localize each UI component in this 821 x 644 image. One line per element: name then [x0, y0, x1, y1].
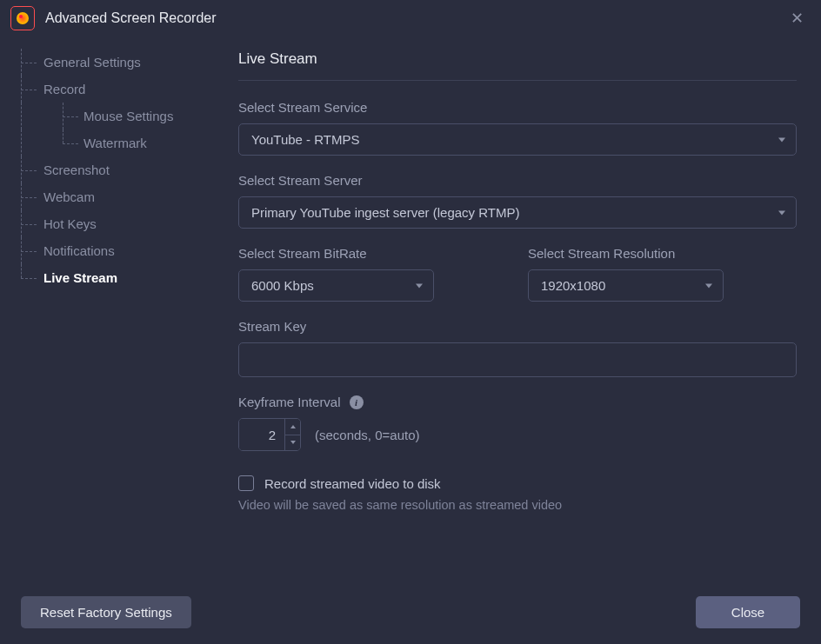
titlebar: Advanced Screen Recorder ✕	[0, 0, 821, 37]
resolution-label: Select Stream Resolution	[528, 246, 797, 261]
resolution-value: 1920x1080	[541, 278, 605, 293]
sidebar-item-hot-keys[interactable]: Hot Keys	[16, 210, 216, 237]
keyframe-stepper[interactable]	[238, 418, 301, 451]
sidebar-item-live-stream[interactable]: Live Stream	[16, 264, 216, 291]
chevron-down-icon	[705, 283, 712, 288]
bitrate-label: Select Stream BitRate	[238, 246, 507, 261]
stream-service-select[interactable]: YouTube - RTMPS	[238, 123, 797, 156]
sidebar-item-label: Webcam	[43, 189, 95, 204]
sidebar-item-label: Live Stream	[43, 270, 117, 285]
footer: Reset Factory Settings Close	[0, 584, 821, 644]
record-to-disk-label: Record streamed video to disk	[264, 476, 441, 491]
chevron-down-icon	[416, 283, 423, 288]
app-title: Advanced Screen Recorder	[45, 10, 784, 26]
sidebar-item-notifications[interactable]: Notifications	[16, 237, 216, 264]
sidebar-item-label: Hot Keys	[43, 216, 97, 231]
stream-key-input[interactable]	[238, 342, 797, 377]
stream-service-value: YouTube - RTMPS	[251, 132, 360, 147]
record-to-disk-help: Video will be saved as same resolution a…	[238, 498, 797, 512]
sidebar-item-watermark[interactable]: Watermark	[16, 129, 216, 156]
stream-server-label: Select Stream Server	[238, 173, 797, 188]
stream-server-select[interactable]: Primary YouTube ingest server (legacy RT…	[238, 196, 797, 229]
sidebar-item-label: Screenshot	[43, 163, 110, 177]
sidebar-item-record[interactable]: Record	[16, 76, 216, 103]
bitrate-select[interactable]: 6000 Kbps	[238, 269, 434, 302]
page-title: Live Stream	[238, 50, 797, 81]
sidebar-item-label: Watermark	[83, 136, 147, 150]
keyframe-hint: (seconds, 0=auto)	[315, 428, 420, 442]
sidebar-item-general-settings[interactable]: General Settings	[16, 49, 216, 76]
sidebar-item-label: Notifications	[43, 243, 115, 258]
sidebar: General Settings Record Mouse Settings W…	[0, 37, 216, 584]
stepper-up-button[interactable]	[285, 419, 300, 435]
sidebar-item-label: General Settings	[43, 55, 141, 70]
stream-key-label: Stream Key	[238, 319, 797, 334]
app-icon	[10, 6, 35, 30]
chevron-down-icon	[778, 137, 785, 142]
sidebar-item-label: Record	[43, 82, 85, 96]
chevron-down-icon	[290, 441, 296, 444]
resolution-select[interactable]: 1920x1080	[528, 269, 724, 302]
sidebar-item-label: Mouse Settings	[83, 109, 173, 123]
info-icon[interactable]: i	[350, 395, 364, 409]
sidebar-item-screenshot[interactable]: Screenshot	[16, 156, 216, 183]
stream-server-value: Primary YouTube ingest server (legacy RT…	[251, 205, 519, 220]
stream-service-label: Select Stream Service	[238, 100, 797, 115]
close-button[interactable]: Close	[696, 596, 800, 628]
sidebar-item-mouse-settings[interactable]: Mouse Settings	[16, 103, 216, 129]
stepper-down-button[interactable]	[285, 435, 300, 451]
chevron-up-icon	[290, 425, 296, 428]
close-icon[interactable]: ✕	[784, 5, 811, 31]
content-pane: Live Stream Select Stream Service YouTub…	[216, 37, 821, 584]
keyframe-label: Keyframe Interval	[238, 395, 341, 409]
reset-factory-button[interactable]: Reset Factory Settings	[21, 596, 191, 628]
sidebar-item-webcam[interactable]: Webcam	[16, 183, 216, 210]
bitrate-value: 6000 Kbps	[251, 278, 314, 293]
chevron-down-icon	[778, 210, 785, 215]
keyframe-input[interactable]	[239, 419, 284, 450]
record-to-disk-checkbox[interactable]	[238, 475, 254, 491]
